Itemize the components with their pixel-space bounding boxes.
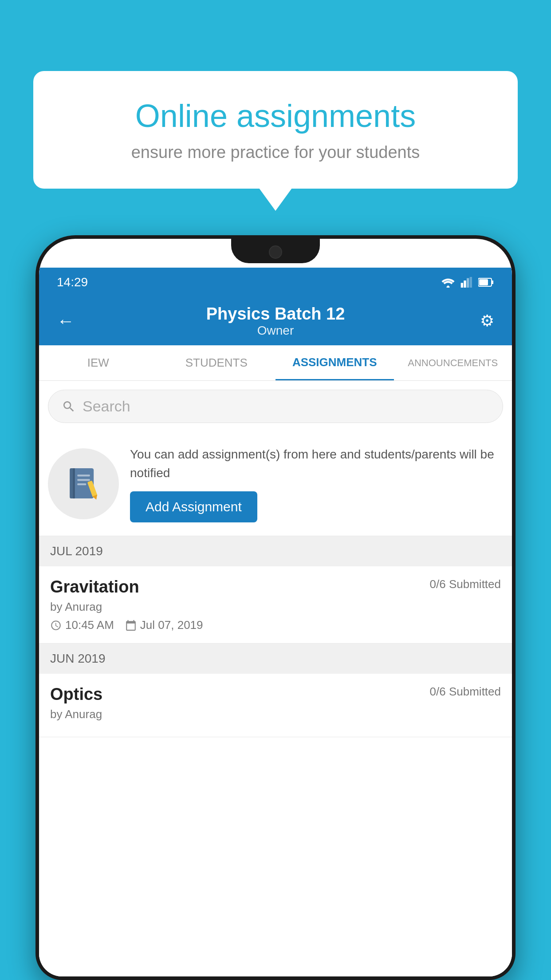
assignment-meta-gravitation: 10:45 AM Jul 07, 2019 bbox=[50, 618, 501, 632]
add-assignment-section: You can add assignment(s) from here and … bbox=[39, 432, 512, 536]
svg-rect-12 bbox=[77, 483, 86, 485]
time-value-gravitation: 10:45 AM bbox=[65, 618, 114, 632]
section-jun-2019: JUN 2019 bbox=[39, 644, 512, 674]
assignment-item-top-optics: Optics 0/6 Submitted bbox=[50, 685, 501, 704]
assignment-by-optics: by Anurag bbox=[50, 707, 501, 721]
svg-rect-10 bbox=[77, 474, 90, 476]
assignment-name-gravitation: Gravitation bbox=[50, 577, 139, 597]
svg-rect-0 bbox=[461, 283, 463, 288]
tab-bar: IEW STUDENTS ASSIGNMENTS ANNOUNCEMENTS bbox=[39, 345, 512, 381]
header-center: Physics Batch 12 Owner bbox=[206, 304, 345, 338]
promo-subtitle: ensure more practice for your students bbox=[64, 143, 487, 162]
promo-title: Online assignments bbox=[64, 98, 487, 134]
svg-rect-2 bbox=[467, 278, 469, 287]
tab-students[interactable]: STUDENTS bbox=[157, 345, 276, 380]
submitted-count-optics: 0/6 Submitted bbox=[430, 685, 501, 699]
svg-rect-9 bbox=[73, 468, 75, 498]
svg-rect-5 bbox=[492, 281, 493, 284]
phone-frame: 14:29 bbox=[35, 235, 516, 980]
header-title: Physics Batch 12 bbox=[206, 304, 345, 324]
assignment-text-area: You can add assignment(s) from here and … bbox=[130, 445, 503, 522]
add-assignment-button[interactable]: Add Assignment bbox=[130, 491, 257, 522]
assignment-by-gravitation: by Anurag bbox=[50, 600, 501, 614]
battery-icon bbox=[478, 277, 494, 287]
phone-screen: 14:29 bbox=[39, 268, 512, 976]
status-icons bbox=[441, 277, 494, 288]
assignment-item-optics[interactable]: Optics 0/6 Submitted by Anurag bbox=[39, 674, 512, 737]
assignment-name-optics: Optics bbox=[50, 685, 102, 704]
screen-content: Search bbox=[39, 381, 512, 976]
status-bar: 14:29 bbox=[39, 268, 512, 296]
svg-rect-6 bbox=[479, 279, 488, 285]
assignment-description: You can add assignment(s) from here and … bbox=[130, 445, 503, 482]
calendar-icon bbox=[125, 620, 137, 631]
promo-card: Online assignments ensure more practice … bbox=[33, 71, 518, 189]
meta-date-gravitation: Jul 07, 2019 bbox=[125, 618, 203, 632]
status-time: 14:29 bbox=[57, 275, 88, 289]
tab-iew[interactable]: IEW bbox=[39, 345, 157, 380]
svg-rect-1 bbox=[464, 281, 466, 288]
svg-rect-3 bbox=[470, 277, 472, 288]
signal-icon bbox=[460, 277, 473, 288]
search-placeholder-text: Search bbox=[83, 398, 130, 415]
clock-icon bbox=[50, 620, 62, 631]
camera-icon bbox=[269, 245, 282, 259]
assignment-item-top: Gravitation 0/6 Submitted bbox=[50, 577, 501, 597]
phone-notch bbox=[231, 239, 320, 263]
settings-button[interactable]: ⚙ bbox=[480, 312, 494, 330]
wifi-icon bbox=[441, 277, 455, 288]
assignment-icon-circle bbox=[48, 448, 119, 519]
header-subtitle: Owner bbox=[206, 324, 345, 338]
section-jul-2019: JUL 2019 bbox=[39, 536, 512, 566]
phone-inner: 14:29 bbox=[39, 239, 512, 976]
svg-rect-11 bbox=[77, 479, 90, 481]
assignment-item-gravitation[interactable]: Gravitation 0/6 Submitted by Anurag 10:4… bbox=[39, 566, 512, 644]
date-value-gravitation: Jul 07, 2019 bbox=[140, 618, 203, 632]
search-icon bbox=[62, 399, 76, 414]
notebook-icon bbox=[65, 465, 102, 503]
tab-announcements[interactable]: ANNOUNCEMENTS bbox=[394, 345, 512, 380]
meta-time-gravitation: 10:45 AM bbox=[50, 618, 114, 632]
submitted-count-gravitation: 0/6 Submitted bbox=[430, 577, 501, 591]
search-bar[interactable]: Search bbox=[48, 390, 503, 423]
app-header: ← Physics Batch 12 Owner ⚙ bbox=[39, 296, 512, 345]
tab-assignments[interactable]: ASSIGNMENTS bbox=[276, 345, 394, 380]
back-button[interactable]: ← bbox=[57, 311, 75, 331]
